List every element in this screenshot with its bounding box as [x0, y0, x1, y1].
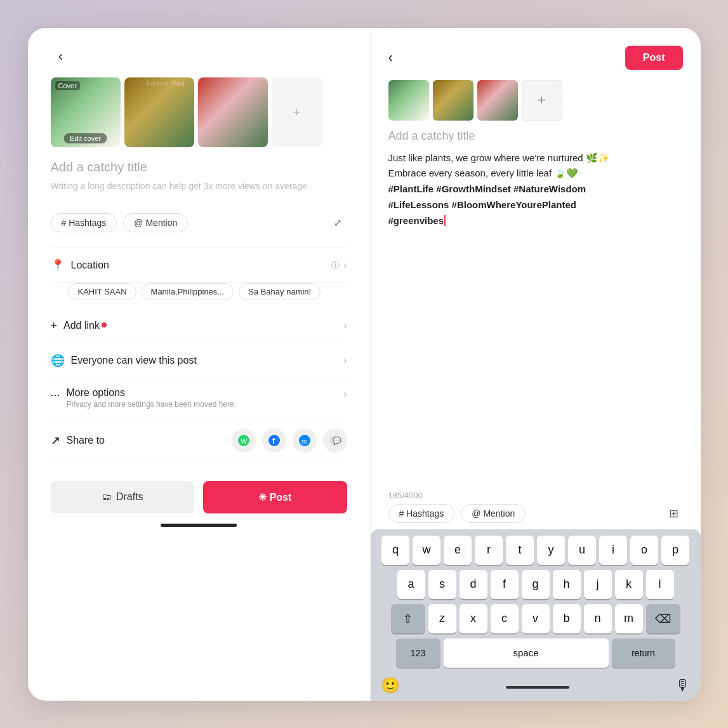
tag-row-right: # Hashtags @ Mention ⊞ — [388, 504, 683, 523]
add-link-row[interactable]: + Add link › — [51, 309, 347, 343]
emoji-icon[interactable]: 🙂 — [381, 677, 400, 694]
right-image-3[interactable] — [477, 80, 518, 121]
image-2[interactable]: Fortune Plant — [124, 77, 194, 147]
share-icons: W f m 💬 — [232, 428, 347, 453]
keyboard-row-3: ⇧ z x c v b n m ⌫ — [373, 604, 698, 633]
more-options-icon: ··· — [51, 388, 60, 402]
title-placeholder-right[interactable]: Add a catchy title — [388, 129, 683, 143]
more-options-sublabel: Privacy and more settings have been move… — [67, 400, 344, 409]
more-options-row[interactable]: ··· More options Privacy and more settin… — [51, 378, 347, 418]
location-chips: KAHIT SAAN Manila,Philippines... Sa Baha… — [51, 283, 347, 309]
add-more-images-button[interactable]: + — [522, 80, 562, 121]
key-x[interactable]: x — [460, 604, 487, 633]
svg-text:Fortune Plant: Fortune Plant — [147, 80, 185, 87]
key-p[interactable]: p — [661, 536, 689, 565]
key-y[interactable]: y — [537, 536, 565, 565]
cover-image[interactable]: Cover Edit cover — [51, 77, 121, 147]
edit-cover-label[interactable]: Edit cover — [63, 133, 107, 143]
keyboard-row-4: 123 space return — [373, 639, 698, 668]
more-options-content: More options Privacy and more settings h… — [67, 387, 344, 409]
location-row[interactable]: 📍 Location ⓘ › — [51, 248, 347, 283]
keyboard-row-1: q w e r t y u i o p — [373, 536, 698, 565]
key-v[interactable]: v — [522, 604, 550, 633]
share-to-row: ↗ Share to W f m 💬 — [51, 418, 347, 463]
home-indicator-right — [506, 686, 569, 689]
drafts-button[interactable]: 🗂 Drafts — [51, 481, 195, 513]
expand-icon-left[interactable]: ⤢ — [329, 214, 347, 232]
key-e[interactable]: e — [444, 536, 472, 565]
everyone-row[interactable]: 🌐 Everyone can view this post › — [51, 343, 347, 378]
chip-manila[interactable]: Manila,Philippines... — [142, 283, 234, 300]
key-t[interactable]: t — [506, 536, 534, 565]
more-options-arrow: › — [343, 388, 347, 400]
tag-row-left: # Hashtags @ Mention ⤢ — [51, 213, 347, 232]
post-button-right[interactable]: Post — [625, 46, 683, 70]
shift-key[interactable]: ⇧ — [391, 604, 425, 633]
key-j[interactable]: j — [584, 570, 612, 599]
space-key[interactable]: space — [444, 639, 609, 668]
image-3[interactable] — [198, 77, 268, 147]
everyone-arrow: › — [343, 355, 347, 366]
key-g[interactable]: g — [522, 570, 550, 599]
key-n[interactable]: n — [584, 604, 612, 633]
return-key[interactable]: return — [612, 639, 675, 668]
right-image-strip: + — [388, 80, 683, 121]
chip-kahit-saan[interactable]: KAHIT SAAN — [69, 283, 136, 300]
key-z[interactable]: z — [428, 604, 456, 633]
chip-bahay[interactable]: Sa Bahay namin! — [239, 283, 321, 300]
mention-button-left[interactable]: @ Mention — [123, 213, 188, 232]
post-label-left: ✳ Post — [258, 491, 291, 503]
add-link-icon: + — [51, 319, 58, 333]
share-to-label: Share to — [67, 435, 232, 446]
key-a[interactable]: a — [397, 570, 425, 599]
key-l[interactable]: l — [646, 570, 674, 599]
mention-button-right[interactable]: @ Mention — [461, 504, 526, 523]
location-arrow: › — [343, 260, 347, 271]
title-placeholder-left[interactable]: Add a catchy title — [51, 160, 347, 175]
cover-label: Cover — [55, 81, 80, 90]
post-button-left[interactable]: ✳ Post — [203, 481, 347, 513]
right-image-2[interactable] — [433, 80, 473, 121]
message-icon[interactable]: 💬 — [323, 428, 347, 453]
expand-icon-right[interactable]: ⊞ — [665, 505, 683, 522]
delete-key[interactable]: ⌫ — [646, 604, 680, 633]
key-s[interactable]: s — [428, 570, 456, 599]
key-m[interactable]: m — [615, 604, 643, 633]
cover-strip: Cover Edit cover Fortune Plant + — [51, 77, 347, 147]
key-u[interactable]: u — [568, 536, 596, 565]
numbers-key[interactable]: 123 — [396, 639, 440, 668]
facebook-icon[interactable]: f — [262, 428, 286, 453]
hashtag-button-right[interactable]: # Hashtags — [388, 504, 455, 523]
key-h[interactable]: h — [553, 570, 581, 599]
add-image-button[interactable]: + — [272, 77, 322, 147]
key-q[interactable]: q — [381, 536, 409, 565]
content-text[interactable]: Just like plants, we grow where we're nu… — [388, 150, 683, 484]
key-k[interactable]: k — [615, 570, 643, 599]
keyboard-row-2: a s d f g h j k l — [373, 570, 698, 599]
drafts-icon: 🗂 — [102, 491, 112, 503]
key-b[interactable]: b — [553, 604, 581, 633]
key-f[interactable]: f — [491, 570, 519, 599]
hashtag-button-left[interactable]: # Hashtags — [51, 213, 117, 232]
whatsapp-icon[interactable]: W — [232, 428, 256, 453]
back-button-right[interactable]: ‹ — [388, 50, 393, 66]
key-r[interactable]: r — [475, 536, 503, 565]
svg-text:f: f — [272, 436, 275, 446]
key-o[interactable]: o — [630, 536, 658, 565]
back-button-left[interactable]: ‹ — [51, 48, 71, 65]
key-i[interactable]: i — [599, 536, 627, 565]
key-w[interactable]: w — [413, 536, 440, 565]
right-header: ‹ Post — [388, 46, 683, 70]
add-link-arrow: › — [343, 320, 347, 331]
key-c[interactable]: c — [491, 604, 519, 633]
microphone-icon[interactable]: 🎙 — [675, 677, 691, 694]
key-d[interactable]: d — [460, 570, 487, 599]
right-panel: ‹ Post + Add a catchy title Just like pl… — [371, 28, 701, 701]
bottom-buttons: 🗂 Drafts ✳ Post — [51, 481, 347, 513]
right-image-1[interactable] — [388, 80, 429, 121]
messenger-icon[interactable]: m — [293, 428, 317, 453]
everyone-label: Everyone can view this post — [71, 355, 344, 366]
globe-icon: 🌐 — [51, 354, 65, 367]
share-to-icon: ↗ — [51, 433, 60, 447]
svg-text:m: m — [301, 438, 307, 445]
